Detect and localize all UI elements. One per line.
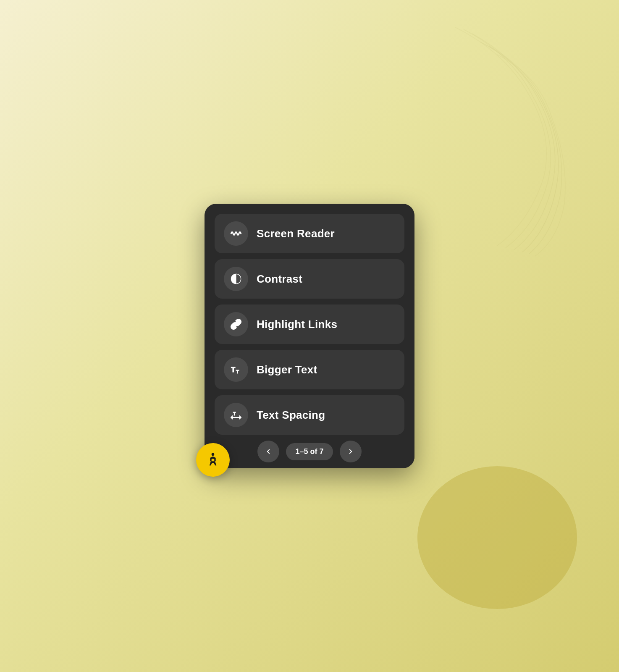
svg-point-5 — [212, 453, 215, 456]
waveform-icon — [230, 228, 242, 239]
panel-wrapper: Screen Reader Contrast Highlight Links — [205, 204, 414, 468]
page-indicator: 1–5 of 7 — [286, 443, 333, 460]
accessibility-person-icon — [205, 452, 221, 468]
contrast-icon-circle — [224, 267, 248, 291]
accessibility-fab-button[interactable] — [196, 443, 230, 477]
topo-lines — [396, 21, 585, 273]
contrast-label: Contrast — [257, 273, 302, 286]
bigger-text-icon-circle: T T — [224, 357, 248, 382]
pagination-bar: 1–5 of 7 — [205, 435, 414, 468]
next-button[interactable] — [340, 441, 362, 462]
screen-reader-label: Screen Reader — [257, 227, 335, 240]
svg-text:T: T — [231, 366, 235, 373]
contrast-icon — [230, 273, 242, 285]
text-spacing-icon: T — [230, 409, 242, 421]
prev-button[interactable] — [257, 441, 279, 462]
svg-text:T: T — [236, 369, 239, 374]
bigger-text-item[interactable]: T T Bigger Text — [215, 350, 404, 389]
bigger-text-label: Bigger Text — [257, 363, 317, 376]
highlight-links-icon-circle — [224, 312, 248, 336]
yellow-circle — [417, 466, 577, 609]
highlight-links-label: Highlight Links — [257, 318, 337, 331]
svg-text:T: T — [233, 411, 236, 416]
bigger-text-icon: T T — [230, 364, 242, 375]
text-spacing-item[interactable]: T Text Spacing — [215, 395, 404, 435]
text-spacing-label: Text Spacing — [257, 409, 325, 422]
main-panel: Screen Reader Contrast Highlight Links — [205, 204, 414, 468]
screen-reader-item[interactable]: Screen Reader — [215, 214, 404, 253]
contrast-item[interactable]: Contrast — [215, 259, 404, 299]
link-icon — [230, 318, 242, 330]
chevron-right-icon — [347, 448, 354, 455]
highlight-links-item[interactable]: Highlight Links — [215, 304, 404, 344]
text-spacing-icon-circle: T — [224, 403, 248, 427]
chevron-left-icon — [265, 448, 272, 455]
screen-reader-icon-circle — [224, 221, 248, 246]
